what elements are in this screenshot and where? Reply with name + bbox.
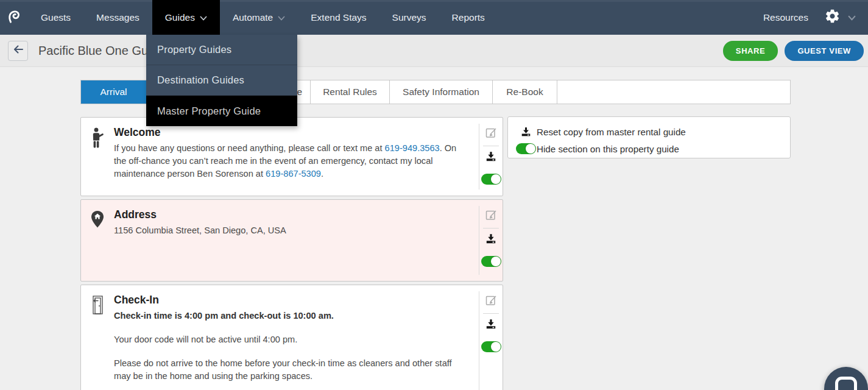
chevron-down-icon — [278, 12, 285, 23]
section-card-welcome: Welcome If you have any questions or nee… — [80, 117, 503, 196]
reset-copy-label: Reset copy from master rental guide — [537, 127, 686, 137]
hide-toggle-cell — [515, 143, 537, 154]
nav-item-surveys[interactable]: Surveys — [379, 0, 439, 35]
menu-item-label: Master Property Guide — [157, 105, 261, 117]
rail-divider — [483, 313, 499, 314]
settings-menu-button[interactable] — [820, 8, 844, 27]
hide-section-toggle[interactable] — [516, 143, 536, 154]
rail-divider — [483, 146, 499, 146]
nav-item-extend-stays[interactable]: Extend Stays — [298, 0, 379, 35]
top-nav: Guests Messages Guides Automate Extend S… — [0, 0, 868, 35]
section-body: If you have any questions or need anythi… — [114, 142, 469, 180]
body-text: . — [321, 169, 323, 179]
brand-logo[interactable] — [0, 0, 28, 35]
check-in-section-content: Check-In Check-in time is 4:00 pm and ch… — [114, 285, 479, 390]
section-card-check-in: Check-In Check-in time is 4:00 pm and ch… — [80, 285, 503, 390]
nav-item-label: Extend Stays — [311, 12, 366, 23]
section-card-address: Address 1156 Columbia Street, San Diego,… — [80, 199, 503, 282]
nav-items: Guests Messages Guides Automate Extend S… — [28, 0, 498, 35]
tab-rental-rules[interactable]: Rental Rules — [311, 80, 390, 104]
menu-item-label: Destination Guides — [157, 74, 244, 86]
menu-item-property-guides[interactable]: Property Guides — [146, 35, 297, 65]
section-body: 1156 Columbia Street, San Diego, CA, USA — [114, 224, 469, 237]
section-title: Check-In — [114, 294, 469, 307]
gear-icon — [824, 8, 841, 27]
edit-pencil-icon — [485, 126, 498, 141]
header-actions: SHARE GUEST VIEW — [723, 41, 868, 61]
arrival-warning-text: Please do not arrive to the home before … — [114, 357, 469, 383]
tab-label: Re-Book — [506, 87, 543, 98]
nav-item-guests[interactable]: Guests — [28, 0, 83, 35]
map-pin-icon — [81, 200, 114, 281]
nav-item-label: Surveys — [392, 12, 426, 23]
tab-label: Arrival — [101, 87, 127, 98]
nav-item-label: Guides — [165, 12, 195, 23]
reset-copy-row[interactable]: Reset copy from master rental guide — [515, 124, 783, 139]
nav-item-label: Guests — [41, 12, 71, 23]
download-from-master-icon — [485, 233, 496, 246]
nav-item-label: Resources — [763, 12, 808, 23]
edit-pencil-icon — [485, 294, 498, 308]
hide-section-row: Hide section on this property guide — [515, 141, 783, 156]
edit-section-button[interactable] — [485, 294, 498, 308]
nav-item-guides[interactable]: Guides — [152, 0, 220, 35]
rail-divider — [483, 228, 499, 229]
guides-dropdown-menu: Property Guides Destination Guides Maste… — [146, 35, 297, 126]
reset-from-master-button[interactable] — [485, 151, 496, 164]
nav-item-label: Messages — [96, 12, 139, 23]
nav-item-resources[interactable]: Resources — [751, 12, 820, 23]
reset-from-master-button[interactable] — [485, 233, 496, 246]
door-check-in-icon — [81, 285, 114, 390]
check-in-times-text: Check-in time is 4:00 pm and check-out i… — [114, 310, 469, 322]
welcome-section-content: Welcome If you have any questions or nee… — [114, 118, 479, 196]
nav-right: Resources — [751, 0, 868, 35]
welcome-action-rail — [479, 124, 503, 190]
share-button[interactable]: SHARE — [723, 41, 778, 61]
reset-from-master-button[interactable] — [485, 319, 496, 332]
section-body: Check-in time is 4:00 pm and check-out i… — [114, 310, 469, 383]
section-options-panel: Reset copy from master rental guide Hide… — [507, 116, 791, 158]
tab-arrival[interactable]: Arrival — [81, 80, 147, 104]
nav-item-automate[interactable]: Automate — [220, 0, 298, 35]
phone-link[interactable]: 619-949.3563 — [385, 143, 440, 153]
tab-re-book[interactable]: Re-Book — [493, 80, 557, 104]
download-from-master-icon — [485, 319, 496, 332]
tab-safety-information[interactable]: Safety Information — [390, 80, 493, 104]
ruebarue-pin-logo-icon — [6, 9, 22, 27]
section-title: Welcome — [114, 126, 469, 139]
page-header: Pacific Blue One Gue SHARE GUEST VIEW — [0, 35, 868, 67]
body-text: If you have any questions or need anythi… — [114, 143, 385, 153]
nav-item-label: Automate — [233, 12, 273, 23]
nav-item-label: Reports — [452, 12, 485, 23]
nav-item-messages[interactable]: Messages — [83, 0, 152, 35]
page-title: Pacific Blue One Gue — [38, 44, 155, 58]
menu-item-destination-guides[interactable]: Destination Guides — [146, 65, 297, 96]
nav-item-reports[interactable]: Reports — [439, 0, 498, 35]
download-from-master-icon — [515, 127, 537, 137]
hide-section-label: Hide section on this property guide — [537, 144, 679, 154]
section-visibility-toggle[interactable] — [481, 341, 501, 352]
tab-label: Safety Information — [403, 87, 479, 98]
chevron-down-icon — [200, 12, 207, 23]
edit-section-button[interactable] — [485, 126, 498, 141]
greeter-person-icon — [81, 118, 114, 196]
chevron-down-icon — [848, 12, 856, 23]
account-menu-button[interactable] — [844, 12, 859, 23]
check-in-action-rail — [479, 291, 503, 390]
menu-item-master-property-guide[interactable]: Master Property Guide — [146, 96, 297, 126]
chat-launcher-button[interactable] — [824, 367, 868, 390]
edit-pencil-icon — [485, 208, 498, 223]
section-visibility-toggle[interactable] — [481, 256, 501, 267]
download-from-master-icon — [485, 151, 496, 164]
tab-label: Rental Rules — [323, 87, 377, 98]
chat-bubble-icon — [835, 377, 857, 390]
tabbar-filler — [557, 80, 790, 104]
menu-item-label: Property Guides — [157, 44, 231, 55]
section-visibility-toggle[interactable] — [481, 174, 501, 185]
edit-section-button[interactable] — [485, 208, 498, 223]
address-action-rail — [479, 206, 503, 275]
guest-view-button[interactable]: GUEST VIEW — [785, 41, 864, 61]
tab-label: e — [297, 87, 302, 98]
back-button[interactable] — [8, 41, 28, 61]
phone-link[interactable]: 619-867-5309 — [266, 169, 321, 179]
